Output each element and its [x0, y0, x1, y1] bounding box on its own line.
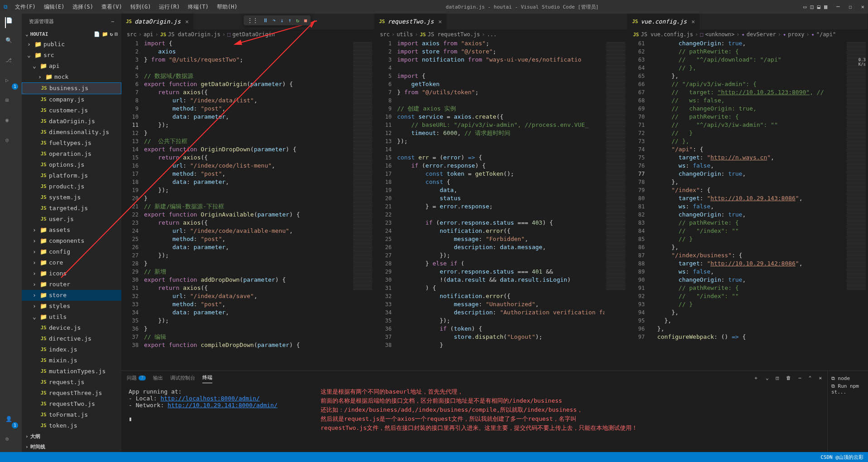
folder-item[interactable]: ›📁mock: [22, 72, 121, 82]
folder-item[interactable]: ›📁public: [22, 39, 121, 50]
menu-terminal[interactable]: 终端(T): [184, 1, 212, 13]
file-item[interactable]: JStoken.js: [22, 420, 121, 431]
tab-terminal[interactable]: 终端: [202, 372, 212, 383]
file-item[interactable]: JSoperation.js: [22, 149, 121, 159]
close-icon[interactable]: ✕: [438, 18, 442, 25]
explorer-icon[interactable]: 📄: [5, 17, 16, 28]
folder-item[interactable]: ⌄📁utils: [22, 312, 121, 322]
file-item[interactable]: JSdevice.js: [22, 322, 121, 333]
more-icon[interactable]: ⋯: [798, 375, 801, 381]
restart-icon[interactable]: ↻: [296, 17, 299, 24]
file-item[interactable]: JSbusiness.js: [22, 82, 121, 94]
layout-icon[interactable]: ▦: [824, 4, 827, 10]
sidebar-more-icon[interactable]: ⋯: [111, 19, 114, 24]
folder-item[interactable]: ›📁store: [22, 290, 121, 301]
tab-output[interactable]: 输出: [153, 373, 163, 383]
menu-go[interactable]: 转到(G): [127, 1, 155, 13]
terminal-dropdown-icon[interactable]: ⌄: [766, 375, 769, 381]
folder-item[interactable]: ›📁components: [22, 236, 121, 246]
file-item[interactable]: JSoptions.js: [22, 159, 121, 170]
new-terminal-icon[interactable]: ＋: [753, 375, 758, 381]
tab-dataorigin[interactable]: JS dataOrigin.js ✕: [121, 14, 194, 29]
source-control-icon[interactable]: ⎇: [5, 57, 16, 68]
file-item[interactable]: JSrequestTwo.js: [22, 399, 121, 409]
tab-debug-console[interactable]: 调试控制台: [170, 373, 195, 383]
folder-item[interactable]: ›📁styles: [22, 301, 121, 312]
split-terminal-icon[interactable]: ◫: [776, 375, 779, 381]
tab-problems[interactable]: 问题7: [127, 373, 146, 383]
terminal-instance-npm[interactable]: ⧉ Run npm st...: [831, 382, 864, 396]
close-icon[interactable]: ✕: [185, 18, 189, 25]
file-item[interactable]: JSdirective.js: [22, 333, 121, 344]
search-icon[interactable]: 🔍: [5, 37, 16, 48]
layout-icon[interactable]: ⬓: [817, 4, 820, 10]
extensions-icon[interactable]: ⊞: [5, 97, 16, 108]
kill-terminal-icon[interactable]: 🗑: [786, 375, 791, 381]
target-icon[interactable]: ◎: [5, 137, 16, 148]
breadcrumb-3[interactable]: JS JS vue.config.js› ⬚ <unknown>› ✦ devS…: [628, 29, 868, 39]
file-item[interactable]: JSsystem.js: [22, 192, 121, 203]
menu-run[interactable]: 运行(R): [155, 1, 183, 13]
close-icon[interactable]: ✕: [691, 18, 695, 25]
step-out-icon[interactable]: ↑: [288, 17, 291, 24]
copilot-icon[interactable]: ◉: [5, 117, 16, 128]
settings-icon[interactable]: ⚙: [5, 436, 16, 447]
folder-item[interactable]: ›📁assets: [22, 225, 121, 236]
maximize-icon[interactable]: ☐: [849, 4, 852, 10]
terminal-body[interactable]: App running at: - Local: http://localhos…: [121, 385, 827, 452]
breadcrumb-1[interactable]: src› api› JS JS dataOrigin.js› ⬚ getData…: [121, 29, 374, 39]
file-tree[interactable]: ›📁public⌄📁src⌄📁api›📁mockJSbusiness.jsJSc…: [22, 39, 121, 431]
close-icon[interactable]: ✕: [861, 4, 864, 10]
file-item[interactable]: JSuser.js: [22, 214, 121, 225]
file-item[interactable]: JSmutationTypes.js: [22, 366, 121, 377]
step-over-icon[interactable]: ↷: [273, 17, 276, 24]
breadcrumb-2[interactable]: src› utils› JS JS requestTwo.js› ...: [374, 29, 627, 39]
collapse-icon[interactable]: ⊟: [115, 31, 118, 37]
folder-root[interactable]: ⌄ HOUTAI 📄 📁 ↻ ⊟: [22, 29, 121, 39]
file-item[interactable]: JSdimensionality.js: [22, 127, 121, 138]
folder-item[interactable]: ⌄📁src: [22, 50, 121, 61]
file-item[interactable]: JSrequestThree.js: [22, 388, 121, 399]
folder-item[interactable]: ›📁core: [22, 257, 121, 268]
stop-icon[interactable]: ◼: [304, 17, 307, 24]
file-item[interactable]: JSmixin.js: [22, 355, 121, 366]
file-item[interactable]: JSfueltypes.js: [22, 138, 121, 149]
file-item[interactable]: JScustomer.js: [22, 105, 121, 116]
layout-icon[interactable]: ▭: [803, 4, 806, 10]
layout-icon[interactable]: ◫: [810, 4, 814, 10]
menu-select[interactable]: 选择(S): [69, 1, 97, 13]
folder-item[interactable]: ›📁router: [22, 279, 121, 290]
file-item[interactable]: JStargeted.js: [22, 203, 121, 214]
drag-handle-icon[interactable]: ⋮⋮: [247, 17, 258, 24]
file-item[interactable]: JSplatform.js: [22, 170, 121, 181]
pause-icon[interactable]: ⏸: [263, 17, 268, 24]
terminal-instance-node[interactable]: ⧉ node: [831, 375, 864, 382]
menu-help[interactable]: 帮助(H): [213, 1, 241, 13]
tab-requesttwo[interactable]: JS requestTwo.js ✕: [374, 14, 447, 29]
new-file-icon[interactable]: 📄: [94, 31, 100, 37]
file-item[interactable]: JScompany.js: [22, 94, 121, 105]
file-item[interactable]: JSdataOrigin.js: [22, 116, 121, 127]
step-into-icon[interactable]: ↓: [280, 17, 283, 24]
menu-view[interactable]: 查看(V): [98, 1, 126, 13]
folder-item[interactable]: ›📁config: [22, 246, 121, 257]
file-item[interactable]: JSproduct.js: [22, 181, 121, 192]
file-item[interactable]: JSrequest.js: [22, 377, 121, 388]
new-folder-icon[interactable]: 📁: [102, 31, 108, 37]
file-item[interactable]: JStoFormat.js: [22, 409, 121, 420]
tab-vueconfig[interactable]: JS vue.config.js ✕: [628, 14, 700, 29]
minimize-icon[interactable]: ─: [836, 4, 839, 10]
folder-item[interactable]: ⌄📁api: [22, 61, 121, 72]
menu-file[interactable]: 文件(F): [11, 1, 39, 13]
folder-item[interactable]: ›📁icons: [22, 268, 121, 279]
outline-section[interactable]: ›大纲: [22, 431, 121, 442]
timeline-section[interactable]: ›时间线: [22, 442, 121, 452]
refresh-icon[interactable]: ↻: [110, 31, 113, 37]
menu-edit[interactable]: 编辑(E): [40, 1, 68, 13]
close-panel-icon[interactable]: ✕: [819, 375, 822, 381]
file-item[interactable]: JSindex.js: [22, 344, 121, 355]
account-icon[interactable]: 👤1: [5, 416, 16, 427]
maximize-panel-icon[interactable]: ⌃: [809, 375, 812, 381]
run-debug-icon[interactable]: ▷1: [5, 77, 16, 88]
debug-toolbar[interactable]: ⋮⋮ ⏸ ↷ ↓ ↑ ↻ ◼: [244, 15, 311, 25]
